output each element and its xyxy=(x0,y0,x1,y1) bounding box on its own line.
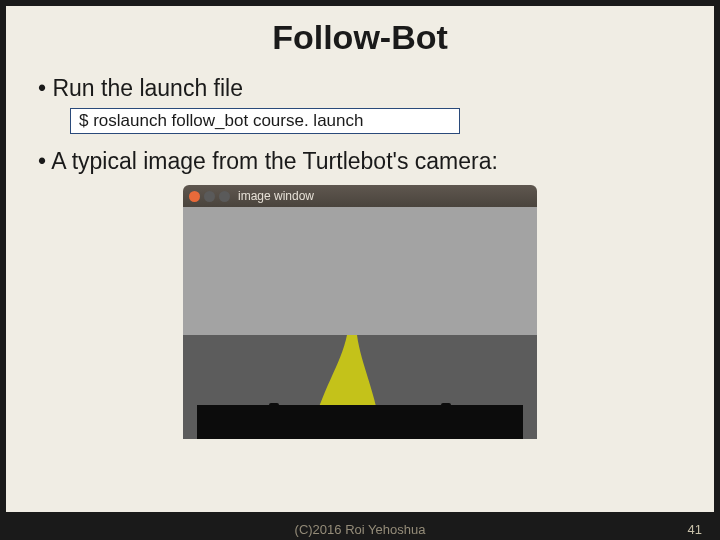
copyright-text: (C)2016 Roi Yehoshua xyxy=(295,522,426,537)
camera-window: image window xyxy=(183,185,537,439)
minimize-icon xyxy=(204,191,215,202)
window-titlebar: image window xyxy=(183,185,537,207)
slide-title: Follow-Bot xyxy=(36,18,684,57)
bullet-run-launch: Run the launch file xyxy=(36,75,684,102)
maximize-icon xyxy=(219,191,230,202)
page-number: 41 xyxy=(688,522,702,537)
code-command: $ roslaunch follow_bot course. launch xyxy=(70,108,460,134)
robot-body xyxy=(197,405,523,439)
slide-footer: (C)2016 Roi Yehoshua xyxy=(6,518,714,540)
camera-image xyxy=(183,207,537,439)
bullet-camera-image: A typical image from the Turtlebot's cam… xyxy=(36,148,684,175)
close-icon xyxy=(189,191,200,202)
slide-body: Follow-Bot Run the launch file $ roslaun… xyxy=(6,6,714,512)
window-title: image window xyxy=(238,189,314,203)
